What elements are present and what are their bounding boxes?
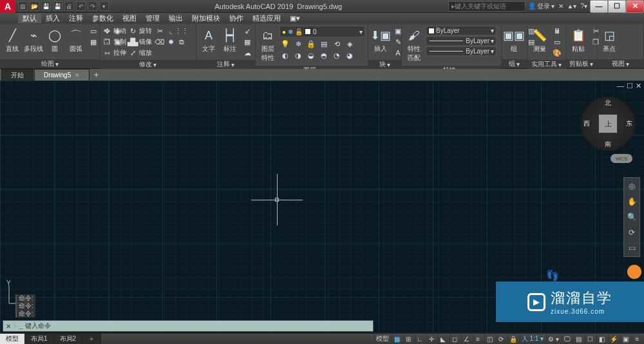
measure-button[interactable]: 📏测量 xyxy=(530,26,549,55)
stretch-button[interactable]: ⇿拉伸 xyxy=(102,48,126,58)
nav-show-icon[interactable]: ▭ xyxy=(626,242,638,254)
nav-pan-icon[interactable]: ✋ xyxy=(626,196,638,207)
login-button[interactable]: 👤 登录 ▾ xyxy=(528,2,554,11)
layer-e-icon[interactable]: ◔ xyxy=(331,50,343,61)
tab-manage[interactable]: 管理 xyxy=(141,14,164,23)
cmd-close-icon[interactable]: ✕ xyxy=(6,323,11,330)
exchange-icon[interactable]: ✕ xyxy=(558,3,564,10)
panel-block-title[interactable]: 块 ▾ xyxy=(368,60,401,69)
status-osnap-icon[interactable]: ◻ xyxy=(450,334,460,344)
matchprop-button[interactable]: 🖌特性 匹配 xyxy=(404,26,424,64)
view-cube[interactable]: 北 东 南 西 上 xyxy=(581,97,635,151)
qat-undo-icon[interactable]: ↶ xyxy=(76,1,86,11)
close-tab-icon[interactable]: ✕ xyxy=(75,72,80,79)
leader-icon[interactable]: ↙ xyxy=(242,26,253,36)
polyline-button[interactable]: ⌁ 多段线 xyxy=(24,26,43,55)
qat-plot-icon[interactable]: 🖨 xyxy=(64,1,74,11)
status-anno-icon[interactable]: 🔒 xyxy=(507,334,518,344)
help-bubble[interactable] xyxy=(627,265,641,279)
tab-default[interactable]: 默认 xyxy=(18,14,41,23)
tab-collab[interactable]: 协作 xyxy=(225,14,248,23)
copy-button[interactable]: ❐复制 xyxy=(102,37,126,47)
viewcube-west[interactable]: 西 xyxy=(583,119,590,128)
panel-group-title[interactable]: 组▾ xyxy=(502,59,527,68)
viewcube-south[interactable]: 南 xyxy=(605,140,611,149)
text-button[interactable]: A文字 xyxy=(199,26,218,55)
insert-button[interactable]: ⬇▣插入 xyxy=(371,26,390,55)
offset-icon[interactable]: ⧉ xyxy=(176,37,187,47)
select-icon[interactable]: ▭ xyxy=(551,37,563,47)
table-icon[interactable]: ▦ xyxy=(242,37,253,47)
close-button[interactable]: ✕ xyxy=(626,0,644,13)
mirror-button[interactable]: ▟▙镜像 xyxy=(128,37,152,47)
help-icon[interactable]: ?▾ xyxy=(580,3,587,10)
status-annoscale-icon[interactable]: 人 1:1 ▾ xyxy=(520,334,545,344)
cloud-icon[interactable]: ☁ xyxy=(242,48,253,58)
group-button[interactable]: ▣▣组 xyxy=(504,26,524,55)
layer-iso-icon[interactable]: ◈ xyxy=(344,39,355,49)
drawing-canvas[interactable]: — ☐ ✕ 北 东 南 西 上 WCS ◎ ✋ 🔍 ⟳ ▭ Y X 命令: 命令… xyxy=(0,81,644,333)
doc-min-icon[interactable]: — xyxy=(617,82,624,90)
lweight-dropdown[interactable]: ByLayer▾ xyxy=(426,36,497,46)
tab-layout1[interactable]: 布局1 xyxy=(25,334,54,345)
circle-button[interactable]: ◯ 圆 xyxy=(45,26,64,55)
doc-close-icon[interactable]: ✕ xyxy=(636,82,641,90)
layer-b-icon[interactable]: ◑ xyxy=(292,50,304,61)
doc-tab-start[interactable]: 开始 xyxy=(1,69,33,81)
layer-lock2-icon[interactable]: 🔒 xyxy=(305,39,317,49)
tab-layout2[interactable]: 布局2 xyxy=(54,334,83,345)
dim-button[interactable]: ┝┥标注 xyxy=(220,26,240,55)
panel-modify-title[interactable]: 修改 ▾ xyxy=(100,60,196,69)
qat-more-icon[interactable]: ▾ xyxy=(99,1,109,11)
status-snap-icon[interactable]: ⊞ xyxy=(403,334,413,344)
paint-icon[interactable]: 🎨 xyxy=(551,48,563,58)
tab-insert[interactable]: 插入 xyxy=(41,14,64,23)
qat-save-icon[interactable]: 💾 xyxy=(41,1,51,11)
panel-viewbase-title[interactable]: 视图▾ xyxy=(597,59,643,68)
hatch-icon[interactable]: ▦ xyxy=(88,37,99,47)
basepoint-button[interactable]: ◲基点 xyxy=(600,26,619,55)
layer-prev-icon[interactable]: ⟲ xyxy=(331,39,343,49)
minimize-button[interactable]: — xyxy=(590,0,608,13)
layer-freeze2-icon[interactable]: ❄ xyxy=(292,39,304,49)
status-monitor-icon[interactable]: 🖵 xyxy=(562,334,572,344)
scale-button[interactable]: ⤢缩放 xyxy=(128,48,152,58)
layer-c-icon[interactable]: ◒ xyxy=(305,50,317,61)
status-otrack-icon[interactable]: ∠ xyxy=(461,334,471,344)
status-cycle-icon[interactable]: ⟳ xyxy=(496,334,506,344)
command-line-input[interactable]: ✕ 〉_ 键入命令 xyxy=(3,320,374,332)
line-button[interactable]: ╱ 直线 xyxy=(3,26,22,55)
status-iso-icon[interactable]: ◣ xyxy=(438,334,448,344)
layer-a-icon[interactable]: ◐ xyxy=(279,50,291,61)
panel-clip-title[interactable]: 剪贴板▾ xyxy=(566,59,596,68)
nav-orbit-icon[interactable]: ⟳ xyxy=(626,227,638,238)
tab-parametric[interactable]: 参数化 xyxy=(88,14,118,23)
trim-icon[interactable]: ✂ xyxy=(154,26,166,36)
add-layout-button[interactable]: ＋ xyxy=(82,334,101,345)
layer-off-icon[interactable]: 💡 xyxy=(279,39,291,49)
status-polar-icon[interactable]: ✛ xyxy=(426,334,437,344)
qat-saveas-icon[interactable]: 💾 xyxy=(53,1,62,11)
status-clean-icon[interactable]: ▣ xyxy=(620,334,630,344)
app-logo[interactable]: A xyxy=(0,0,15,13)
move-button[interactable]: ✥移动 xyxy=(102,26,126,36)
qat-new-icon[interactable]: ▤ xyxy=(18,1,28,11)
rect-icon[interactable]: ▭ xyxy=(88,26,99,36)
status-ortho-icon[interactable]: ∟ xyxy=(415,334,425,344)
tab-output[interactable]: 输出 xyxy=(164,14,187,23)
viewcube-north[interactable]: 北 xyxy=(605,99,611,108)
arc-button[interactable]: ⌒ 圆弧 xyxy=(66,26,86,55)
tab-featured[interactable]: 精选应用 xyxy=(248,14,285,23)
tab-view[interactable]: 视图 xyxy=(118,14,141,23)
stayconnected-icon[interactable]: ▲▾ xyxy=(567,3,577,10)
status-units-icon[interactable]: ▤ xyxy=(573,334,583,344)
erase-icon[interactable]: ⌫ xyxy=(154,37,166,47)
nav-zoom-icon[interactable]: 🔍 xyxy=(626,211,638,223)
status-trans-icon[interactable]: ◫ xyxy=(484,334,495,344)
tab-expand-icon[interactable]: ▣▾ xyxy=(285,14,305,23)
explode-icon[interactable]: ✸ xyxy=(165,37,176,47)
status-isolate-icon[interactable]: ◧ xyxy=(596,334,607,344)
panel-util-title[interactable]: 实用工具▾ xyxy=(527,60,565,69)
viewcube-face[interactable]: 上 xyxy=(598,114,618,133)
qat-open-icon[interactable]: 📂 xyxy=(30,1,39,11)
